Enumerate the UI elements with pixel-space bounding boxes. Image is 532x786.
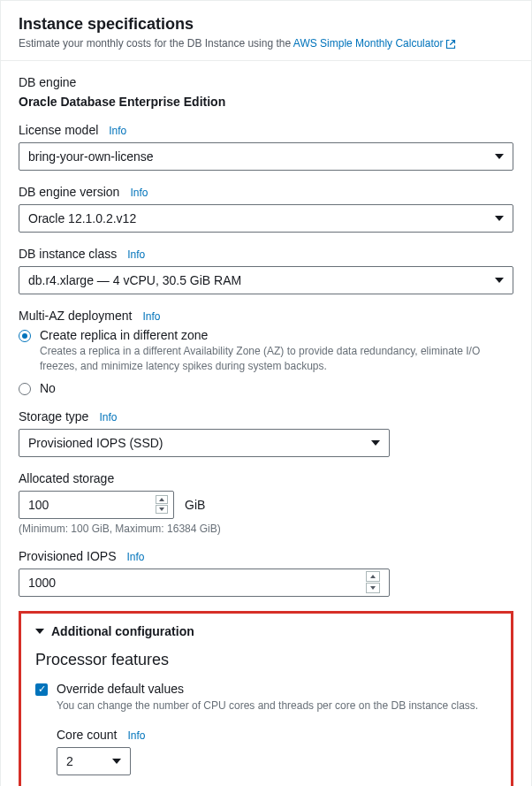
triangle-down-icon (35, 629, 44, 634)
provisioned-iops-field: Provisioned IOPS Info 1000 (19, 549, 513, 597)
subtitle: Estimate your monthly costs for the DB I… (19, 37, 513, 50)
allocated-storage-input[interactable]: 100 (19, 491, 174, 519)
db-engine-value: Oracle Database Enterprise Edition (19, 95, 513, 109)
additional-config-highlight: Additional configuration Processor featu… (19, 611, 513, 786)
license-model-field: License model Info bring-your-own-licens… (19, 123, 513, 171)
core-count-field: Core count Info 2 (57, 728, 497, 775)
header: Instance specifications Estimate your mo… (1, 1, 531, 60)
multi-az-option-replica[interactable]: Create replica in different zone Creates… (19, 328, 513, 374)
external-link-icon (445, 39, 456, 50)
core-count-select[interactable]: 2 (57, 747, 131, 775)
engine-version-select[interactable]: Oracle 12.1.0.2.v12 (19, 204, 513, 233)
chevron-down-icon (371, 440, 380, 446)
storage-type-select[interactable]: Provisioned IOPS (SSD) (19, 429, 390, 457)
processor-features-title: Processor features (35, 651, 497, 669)
chevron-down-icon (112, 759, 121, 764)
override-description: You can change the number of CPU cores a… (57, 699, 497, 712)
core-count-info[interactable]: Info (127, 729, 145, 742)
number-spinner[interactable] (156, 495, 168, 514)
form-body: DB engine Oracle Database Enterprise Edi… (1, 61, 531, 786)
engine-version-field: DB engine version Info Oracle 12.1.0.2.v… (19, 185, 513, 233)
allocated-storage-hint: (Minimum: 100 GiB, Maximum: 16384 GiB) (19, 523, 513, 535)
additional-config-toggle[interactable]: Additional configuration (35, 624, 497, 638)
chevron-down-icon (495, 278, 504, 283)
multi-az-option-no[interactable]: No (19, 381, 513, 395)
multi-az-info[interactable]: Info (142, 310, 160, 323)
instance-class-info[interactable]: Info (127, 248, 145, 261)
form-container: Instance specifications Estimate your mo… (0, 0, 532, 786)
number-spinner[interactable] (366, 571, 380, 593)
checkbox-checked-icon: ✓ (35, 683, 48, 696)
license-model-info[interactable]: Info (109, 125, 126, 137)
override-checkbox-row[interactable]: ✓ Override default values (35, 682, 497, 696)
calculator-link[interactable]: AWS Simple Monthly Calculator (293, 37, 457, 50)
instance-class-select[interactable]: db.r4.xlarge — 4 vCPU, 30.5 GiB RAM (19, 266, 513, 294)
radio-unchecked-icon (19, 383, 31, 395)
provisioned-iops-info[interactable]: Info (127, 551, 145, 563)
engine-version-info[interactable]: Info (130, 187, 148, 199)
storage-type-field: Storage type Info Provisioned IOPS (SSD) (19, 409, 513, 457)
chevron-down-icon (495, 216, 504, 221)
provisioned-iops-input[interactable]: 1000 (19, 569, 390, 597)
db-engine-field: DB engine Oracle Database Enterprise Edi… (19, 75, 513, 109)
multi-az-field: Multi-AZ deployment Info Create replica … (19, 309, 513, 395)
page-title: Instance specifications (19, 15, 513, 34)
radio-checked-icon (19, 330, 31, 342)
allocated-storage-field: Allocated storage 100 GiB (Minimum: 100 … (19, 471, 513, 535)
chevron-down-icon (495, 154, 504, 159)
instance-class-field: DB instance class Info db.r4.xlarge — 4 … (19, 247, 513, 294)
storage-type-info[interactable]: Info (99, 411, 117, 424)
license-model-select[interactable]: bring-your-own-license (19, 142, 513, 171)
